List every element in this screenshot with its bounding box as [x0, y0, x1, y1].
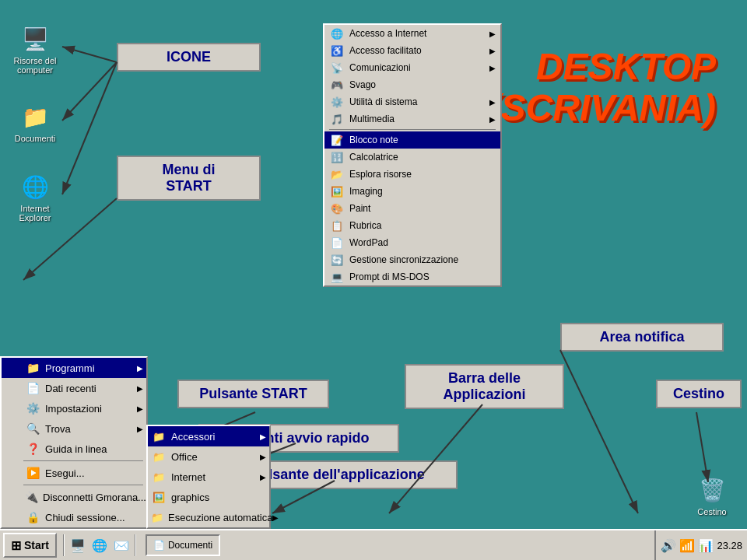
arrow-icon: ▶ [489, 64, 496, 72]
icon-risorse-computer[interactable]: 🖥️ Risorse delcomputer [8, 23, 62, 75]
menu-icon: 🔄 [329, 253, 345, 267]
start-menu-item-impostazioni[interactable]: ⚙️ Impostazioni ▶ [2, 398, 146, 418]
icon-label: Cestino [697, 507, 726, 516]
start-menu-item-esegui[interactable]: ▶️ Esegui... [2, 463, 146, 483]
programs-menu-item-utilita[interactable]: ⚙️ Utilità di sistema ▶ [324, 93, 500, 110]
taskbar-app-icon: 📄 [153, 540, 165, 551]
arrow-icon: ▶ [489, 98, 496, 107]
start-menu-item-dati-recenti[interactable]: 📄 Dati recenti ▶ [2, 378, 146, 398]
annotation-cestino: Cestino [656, 380, 742, 408]
programs-menu-item-comunicazioni[interactable]: 📡 Comunicazioni ▶ [324, 59, 500, 76]
submenu-item-internet[interactable]: 📁 Internet ▶ [148, 467, 269, 487]
menu-item-label: Prompt di MS-DOS [349, 271, 430, 282]
start-menu-separator-2 [23, 485, 143, 485]
start-menu-item-trova[interactable]: 🔍 Trova ▶ [2, 418, 146, 439]
programs-menu-item-accesso-internet[interactable]: 🌐 Accesso a Internet ▶ [324, 25, 500, 42]
menu-item-label: Blocco note [349, 135, 398, 145]
menu-icon: 🖼️ [151, 489, 167, 505]
menu-item-label: Multimedia [349, 114, 395, 124]
menu-item-label: Accesso facilitato [349, 45, 422, 56]
menu-item-label: WordPad [349, 237, 388, 248]
menu-item-label: Svago [349, 79, 376, 90]
start-menu: 📁 Programmi ▶ 📄 Dati recenti ▶ ⚙️ Impost… [0, 356, 148, 529]
programs-menu-item-esplora[interactable]: 📂 Esplora risorse [324, 166, 500, 183]
programs-menu-item-wordpad[interactable]: 📄 WordPad [324, 234, 500, 251]
annotation-pulsante-start: Pulsante START [177, 380, 329, 408]
start-menu-item-guida[interactable]: ❓ Guida in linea [2, 439, 146, 459]
menu-item-label: Chiudi sessione... [45, 512, 125, 523]
programs-menu-item-paint[interactable]: 🎨 Paint [324, 200, 500, 217]
programs-menu-item-rubrica[interactable]: 📋 Rubrica [324, 217, 500, 234]
tray-icon-sound[interactable]: 🔊 [661, 538, 676, 553]
menu-item-label: graphics [171, 492, 209, 503]
programs-menu-item-accesso-facilitato[interactable]: ♿ Accesso facilitato ▶ [324, 42, 500, 59]
quick-btn-email[interactable]: ✉️ [111, 535, 132, 555]
start-menu-item-programmi[interactable]: 📁 Programmi ▶ [2, 358, 146, 378]
menu-item-label: Dati recenti [45, 383, 96, 394]
menu-icon: 📁 [151, 429, 167, 444]
quick-btn-desktop[interactable]: 🖥️ [68, 535, 88, 555]
menu-item-label: Paint [349, 203, 370, 214]
icon-label: InternetExplorer [19, 204, 51, 222]
ie-icon: 🌐 [19, 171, 51, 202]
folder-icon: 📁 [19, 101, 51, 132]
submenu-item-office[interactable]: 📁 Office ▶ [148, 446, 269, 467]
menu-icon: 📁 [151, 509, 163, 525]
icon-internet-explorer[interactable]: 🌐 InternetExplorer [8, 171, 62, 222]
programs-menu-item-svago[interactable]: 🎮 Svago [324, 76, 500, 93]
submenu-item-esecuzione[interactable]: 📁 Esecuzione automatica ▶ [148, 507, 269, 527]
start-button-label: Start [24, 539, 49, 551]
annotation-label: Barra delleApplicazioni [443, 370, 525, 402]
tray-time: 23.28 [717, 540, 742, 551]
menu-item-label: Office [171, 451, 198, 463]
menu-icon: 📁 [151, 449, 167, 464]
arrow-icon: ▶ [137, 404, 143, 413]
annotation-label: Pulsante dell'applicazione [251, 467, 424, 482]
menu-icon: ❓ [25, 441, 40, 457]
annotation-barra-applicazioni: Barra delleApplicazioni [405, 364, 564, 409]
menu-icon: 📡 [329, 61, 345, 75]
programs-menu-item-gestione[interactable]: 🔄 Gestione sincronizzazione [324, 251, 500, 268]
tray-icon-battery[interactable]: 📊 [698, 538, 714, 553]
menu-item-label: Esplora risorse [349, 169, 412, 180]
arrow-icon: ▶ [489, 47, 496, 55]
submenu-item-accessori[interactable]: 📁 Accessori ▶ [148, 426, 269, 446]
submenu-item-graphics[interactable]: 🖼️ graphics [148, 487, 269, 507]
programs-menu-item-imaging[interactable]: 🖼️ Imaging [324, 183, 500, 200]
annotation-label: ICONE [167, 49, 211, 65]
start-menu-item-chiudi[interactable]: 🔒 Chiudi sessione... [2, 507, 146, 527]
icon-cestino[interactable]: 🗑️ Cestino [685, 474, 739, 516]
menu-icon: 📝 [329, 133, 345, 147]
quick-btn-ie[interactable]: 🌐 [89, 535, 110, 555]
start-menu-separator-1 [23, 460, 143, 461]
menu-icon: 🌐 [329, 26, 345, 40]
menu-item-label: Programmi [45, 362, 95, 374]
start-button[interactable]: ⊞ Start [3, 533, 57, 558]
menu-icon: 🔌 [25, 489, 38, 505]
tray-icon-network[interactable]: 📶 [679, 538, 695, 553]
menu-item-label: Accesso a Internet [349, 28, 426, 39]
programs-menu-item-calcolatrice[interactable]: 🔢 Calcolatrice [324, 149, 500, 166]
annotation-label: Menu diSTART [163, 162, 216, 194]
taskbar-app-documenti[interactable]: 📄 Documenti [146, 534, 220, 556]
menu-icon: ⚙️ [329, 95, 345, 109]
menu-icon: 🖼️ [329, 184, 345, 198]
programs-menu-separator [329, 129, 496, 130]
arrow-icon: ▶ [272, 513, 279, 522]
arrow-icon: ▶ [260, 432, 266, 441]
taskbar-app-label: Documenti [168, 540, 212, 551]
menu-icon: 📂 [329, 167, 345, 181]
menu-icon: 💻 [329, 270, 345, 284]
arrow-icon: ▶ [489, 30, 496, 38]
menu-item-label: Calcolatrice [349, 152, 398, 163]
trash-icon: 🗑️ [696, 474, 728, 506]
menu-icon: 🎨 [329, 201, 345, 215]
menu-icon: 📋 [329, 219, 345, 233]
arrow-icon: ▶ [489, 115, 496, 124]
start-menu-item-disconnetti[interactable]: 🔌 Disconnetti Gmorana... [2, 487, 146, 507]
programs-menu-item-msdos[interactable]: 💻 Prompt di MS-DOS [324, 268, 500, 285]
icon-documenti[interactable]: 📁 Documenti [8, 101, 62, 143]
programs-menu-item-multimedia[interactable]: 🎵 Multimedia ▶ [324, 110, 500, 128]
icon-label: Documenti [15, 134, 56, 143]
programs-menu-item-blocco-note[interactable]: 📝 Blocco note [324, 131, 500, 149]
